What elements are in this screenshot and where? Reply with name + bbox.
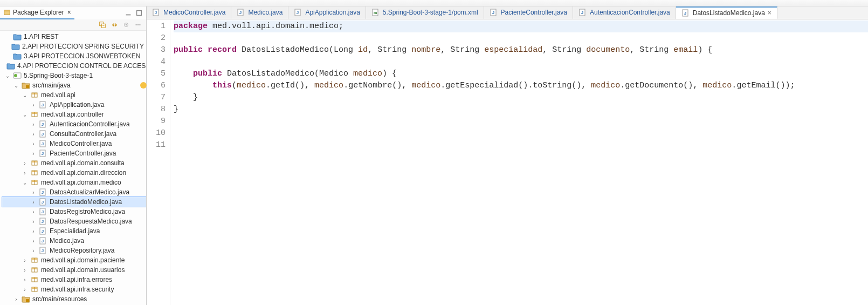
tree-node[interactable]: 1.API REST xyxy=(2,32,146,42)
chevron-down-icon[interactable]: ⌄ xyxy=(22,180,28,186)
tree-node[interactable]: ›med.voll.api.domain.usuarios xyxy=(2,265,146,275)
package-explorer-tab[interactable]: Package Explorer × xyxy=(0,6,74,19)
tree-node[interactable]: ›med.voll.api.infra.security xyxy=(2,284,146,294)
chevron-down-icon[interactable]: ⌄ xyxy=(22,92,28,98)
code-line[interactable] xyxy=(174,32,868,44)
chevron-down-icon[interactable]: ⌄ xyxy=(4,73,11,79)
chevron-right-icon[interactable]: › xyxy=(22,267,28,273)
view-menu-icon[interactable] xyxy=(134,21,142,29)
code-line[interactable]: package med.voll.api.domain.medico; xyxy=(174,21,868,32)
editor-tab[interactable]: JPacienteController.java xyxy=(484,6,573,19)
tree-node-label: DatosRegistroMedico.java xyxy=(50,208,125,215)
editor-tab[interactable]: JAutenticacionController.java xyxy=(573,6,676,19)
code-content[interactable]: package med.voll.api.domain.medico; publ… xyxy=(170,19,868,305)
tree-node[interactable]: ⌄med.voll.api.domain.medico xyxy=(2,178,146,187)
line-number: 10 xyxy=(147,127,166,139)
tree-node[interactable]: 3.API PROTECCION JSONWEBTOKEN xyxy=(2,51,146,61)
chevron-right-icon[interactable]: › xyxy=(22,277,28,283)
token-plain: , String xyxy=(630,45,673,55)
tree-node[interactable]: ›JMedico.java xyxy=(2,236,146,246)
code-line[interactable]: } xyxy=(174,104,868,116)
tree-node[interactable]: ›med.voll.api.domain.paciente xyxy=(2,255,146,265)
editor-tab[interactable]: m5.Spring-Boot-3-stage-1/pom.xml xyxy=(366,6,484,19)
editor-tab[interactable]: JMedico.java xyxy=(231,6,288,19)
tree-node-label: 3.API PROTECCION JSONWEBTOKEN xyxy=(24,52,140,60)
tree-node[interactable]: ⌄med.voll.api.controller xyxy=(2,110,146,119)
tree-node-label: MedicoController.java xyxy=(50,140,112,147)
line-number: 5 xyxy=(147,68,166,80)
tree-node[interactable]: ⌄med.voll.api xyxy=(2,90,146,100)
chevron-right-icon[interactable]: › xyxy=(30,141,37,147)
close-icon[interactable]: × xyxy=(768,9,771,17)
chevron-right-icon[interactable]: › xyxy=(22,160,28,166)
token-plain: } xyxy=(174,93,198,102)
token-plain: ( xyxy=(232,81,237,90)
chevron-right-icon[interactable]: › xyxy=(30,121,37,127)
tree-node[interactable]: ›med.voll.api.domain.consulta xyxy=(2,158,146,168)
focus-icon[interactable] xyxy=(122,21,130,29)
editor-tab[interactable]: JApiApplication.java xyxy=(288,6,366,19)
chevron-right-icon[interactable]: › xyxy=(30,209,37,215)
chevron-right-icon[interactable]: › xyxy=(30,228,37,234)
tree-node[interactable]: ›src/main/resources xyxy=(2,294,146,304)
tree-node[interactable]: ›JDatosRegistroMedico.java xyxy=(2,207,146,216)
project-icon xyxy=(11,43,20,50)
close-icon[interactable]: × xyxy=(67,9,71,16)
chevron-down-icon[interactable]: ⌄ xyxy=(22,112,28,118)
tree-node[interactable]: ›JDatosRespuestaMedico.java xyxy=(2,216,146,226)
token-plain: } xyxy=(174,105,178,114)
code-line[interactable] xyxy=(174,139,868,151)
tree-node-label: med.voll.api.domain.usuarios xyxy=(41,266,125,274)
editor-tab[interactable]: JMedicoController.java xyxy=(147,6,231,19)
minimize-icon[interactable] xyxy=(125,9,132,17)
chevron-right-icon[interactable]: › xyxy=(30,248,37,254)
view-actions xyxy=(121,9,146,17)
package-explorer-view: Package Explorer × 1.API REST2.API PROTE… xyxy=(0,6,147,305)
maximize-icon[interactable] xyxy=(135,9,143,17)
chevron-right-icon[interactable]: › xyxy=(30,131,37,137)
tree-node[interactable]: 4.API PROTECCION CONTROL DE ACCESO xyxy=(2,61,146,71)
tree-node[interactable]: ›JMedicoRepository.java xyxy=(2,246,146,255)
java-file-icon: J xyxy=(152,9,161,16)
chevron-right-icon[interactable]: › xyxy=(13,296,19,302)
chevron-right-icon[interactable]: › xyxy=(30,102,37,108)
tree-node[interactable]: ›JConsultaController.java xyxy=(2,129,146,139)
code-editor[interactable]: 1234567891011 package med.voll.api.domai… xyxy=(147,19,868,305)
tree-node[interactable]: ⌄5.Spring-Boot-3-stage-1 xyxy=(2,71,146,80)
code-line[interactable] xyxy=(174,116,868,127)
tree-node[interactable]: ›JAutenticacionController.java xyxy=(2,119,146,129)
chevron-right-icon[interactable]: › xyxy=(30,189,37,195)
code-line[interactable]: } xyxy=(174,92,868,104)
editor-tab[interactable]: JDatosListadoMedico.java× xyxy=(676,6,777,19)
tree-node[interactable]: ›JDatosActualizarMedico.java xyxy=(2,187,146,197)
link-with-editor-icon[interactable] xyxy=(111,21,118,29)
tree-node[interactable]: ⌄src/main/java xyxy=(2,80,146,90)
chevron-right-icon[interactable]: › xyxy=(30,151,37,157)
explorer-toolbar xyxy=(0,19,146,31)
chevron-right-icon[interactable]: › xyxy=(30,238,37,244)
code-line[interactable]: public record DatosListadoMedico(Long id… xyxy=(174,44,868,56)
tree-node[interactable]: ›med.voll.api.infra.errores xyxy=(2,275,146,284)
token-plain: ; xyxy=(339,22,343,31)
chevron-right-icon[interactable]: › xyxy=(30,199,37,205)
tree-node[interactable]: ›med.voll.api.domain.direccion xyxy=(2,168,146,178)
tree-node[interactable]: ›JEspecialidad.java xyxy=(2,226,146,236)
project-tree[interactable]: 1.API REST2.API PROTECCION SPRING SECURI… xyxy=(0,31,146,305)
code-line[interactable] xyxy=(174,56,868,68)
tree-node[interactable]: ›JMedicoController.java xyxy=(2,139,146,148)
chevron-right-icon[interactable]: › xyxy=(22,287,28,293)
tree-node[interactable]: ›JDatosListadoMedico.java xyxy=(2,197,146,207)
code-line[interactable]: public DatosListadoMedico(Medico medico)… xyxy=(174,68,868,80)
chevron-right-icon[interactable]: › xyxy=(30,219,37,225)
chevron-right-icon[interactable]: › xyxy=(22,170,28,176)
chevron-right-icon[interactable]: › xyxy=(22,257,28,263)
tree-node[interactable]: 2.API PROTECCION SPRING SECURITY xyxy=(2,42,146,51)
package-icon xyxy=(30,179,39,186)
code-line[interactable]: this(medico.getId(), medico.getNombre(),… xyxy=(174,80,868,92)
code-line[interactable] xyxy=(174,127,868,139)
collapse-all-icon[interactable] xyxy=(99,21,106,29)
tree-node[interactable]: ›JApiApplication.java xyxy=(2,100,146,110)
chevron-down-icon[interactable]: ⌄ xyxy=(13,83,19,89)
tree-node-label: PacienteController.java xyxy=(50,150,116,157)
tree-node[interactable]: ›JPacienteController.java xyxy=(2,148,146,158)
